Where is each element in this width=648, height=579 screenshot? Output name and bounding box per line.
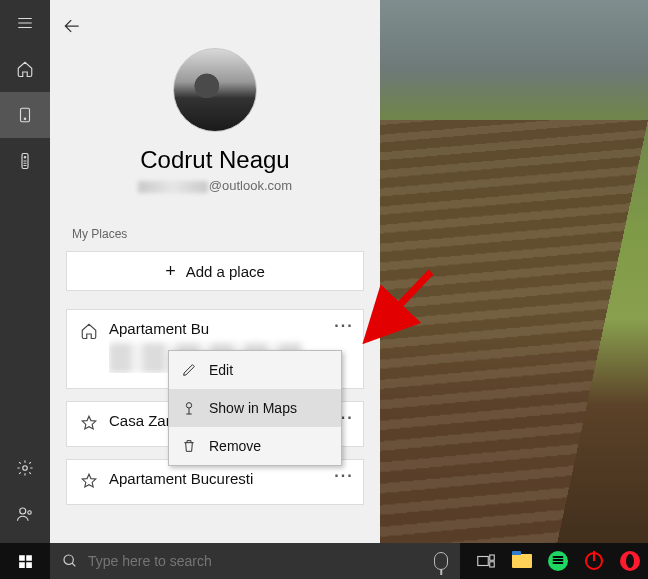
section-label-myplaces: My Places xyxy=(72,227,380,241)
pencil-icon xyxy=(181,362,197,378)
power-settings-button[interactable] xyxy=(576,543,612,579)
profile-header: Codrut Neagu @outlook.com xyxy=(50,48,380,193)
ctx-edit-label: Edit xyxy=(209,362,233,378)
ctx-show-in-maps[interactable]: Show in Maps xyxy=(169,389,341,427)
svg-rect-9 xyxy=(478,557,489,566)
taskbar-search-input[interactable] xyxy=(88,553,424,569)
svg-point-1 xyxy=(24,118,26,120)
star-icon xyxy=(79,470,99,490)
email: @outlook.com xyxy=(138,178,292,193)
remote-icon[interactable] xyxy=(0,138,50,184)
folder-icon xyxy=(512,554,532,568)
ctx-show-label: Show in Maps xyxy=(209,400,297,416)
opera-icon xyxy=(620,551,640,571)
star-icon xyxy=(79,412,99,432)
add-place-label: Add a place xyxy=(186,263,265,280)
mic-icon[interactable] xyxy=(434,552,448,570)
trash-icon xyxy=(181,438,197,454)
app-rail xyxy=(0,0,50,543)
spotify-icon xyxy=(548,551,568,571)
svg-rect-10 xyxy=(490,555,495,560)
place-name: Apartament Bu xyxy=(109,320,325,337)
menu-icon[interactable] xyxy=(0,0,50,46)
ctx-remove[interactable]: Remove xyxy=(169,427,341,465)
power-icon xyxy=(585,552,603,570)
home-icon[interactable] xyxy=(0,46,50,92)
display-name: Codrut Neagu xyxy=(140,146,289,174)
back-button[interactable] xyxy=(50,6,94,46)
plus-icon: + xyxy=(165,261,176,282)
search-icon xyxy=(62,553,78,569)
file-explorer-button[interactable] xyxy=(504,543,540,579)
taskbar xyxy=(0,543,648,579)
place-name: Apartament Bucuresti xyxy=(109,470,253,487)
context-menu: Edit Show in Maps Remove xyxy=(168,350,342,466)
pin-icon xyxy=(181,400,197,416)
spotify-button[interactable] xyxy=(540,543,576,579)
task-view-button[interactable] xyxy=(468,543,504,579)
place-more-button[interactable]: ··· xyxy=(331,466,357,486)
settings-icon[interactable] xyxy=(0,445,50,491)
svg-point-3 xyxy=(24,157,26,159)
place-more-button[interactable]: ··· xyxy=(331,316,357,336)
account-icon[interactable] xyxy=(0,491,50,537)
start-button[interactable] xyxy=(0,543,50,579)
taskbar-tray xyxy=(468,543,648,579)
email-suffix: @outlook.com xyxy=(209,178,292,193)
taskbar-search[interactable] xyxy=(50,543,460,579)
svg-point-5 xyxy=(20,508,26,514)
svg-rect-11 xyxy=(490,562,495,567)
device-icon[interactable] xyxy=(0,92,50,138)
svg-point-4 xyxy=(23,466,28,471)
opera-button[interactable] xyxy=(612,543,648,579)
svg-point-6 xyxy=(28,511,31,514)
avatar xyxy=(173,48,257,132)
home-icon xyxy=(79,320,99,340)
add-place-button[interactable]: + Add a place xyxy=(66,251,364,291)
email-redacted xyxy=(138,181,208,193)
ctx-remove-label: Remove xyxy=(209,438,261,454)
svg-point-8 xyxy=(64,555,73,564)
ctx-edit[interactable]: Edit xyxy=(169,351,341,389)
svg-point-7 xyxy=(186,403,191,408)
